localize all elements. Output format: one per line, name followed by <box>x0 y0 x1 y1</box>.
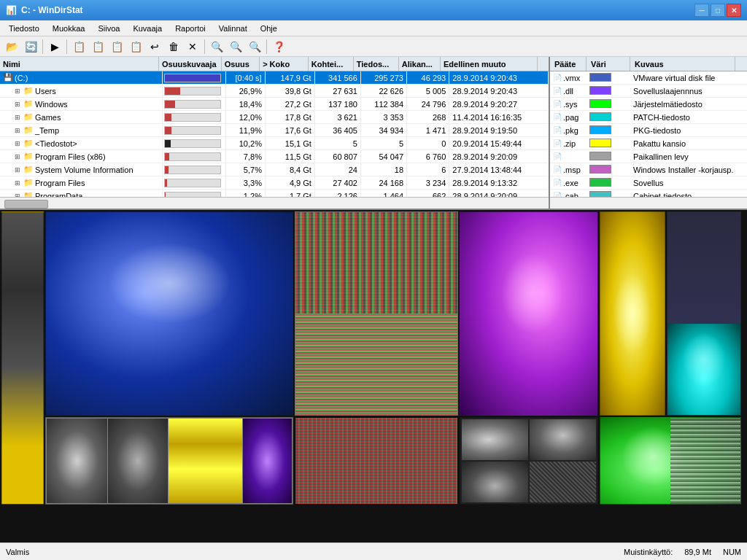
row-name: Games <box>35 113 61 122</box>
treemap-canvas <box>0 210 747 542</box>
th-tiedo[interactable]: Tiedos... <box>354 57 399 71</box>
app-icon: 📊 <box>6 5 17 15</box>
legend-scrollbar-h[interactable] <box>550 197 747 209</box>
minimize-button[interactable]: ─ <box>694 4 709 17</box>
toolbar-zoom-out[interactable]: 🔍 <box>246 39 263 55</box>
tree-row[interactable]: ⊞📁 _Temp11,9%17,6 Gt36 40534 9341 47128.… <box>0 124 549 137</box>
toolbar-undo[interactable]: ↩ <box>146 39 163 55</box>
tm-block-4[interactable] <box>460 211 598 416</box>
koko-cell: 27,2 Gt <box>266 98 315 110</box>
legend-row[interactable]: 📄.mspWindows Installer -korjausp. <box>550 163 747 176</box>
toolbar-delete[interactable]: 🗑 <box>165 39 182 55</box>
menu-tiedosto[interactable]: Tiedosto <box>3 23 45 34</box>
legend-row[interactable]: 📄.vmxVMware virtual disk file <box>550 71 747 85</box>
file-tree[interactable]: Nimi Osuuskuvaaja Osuus > Koko Kohtei...… <box>0 57 550 209</box>
legend-row[interactable]: 📄.pkgPKG-tiedosto <box>550 124 747 137</box>
legend-pääte: 📄.sys <box>550 100 587 109</box>
menu-valinnat[interactable]: Valinnat <box>213 23 253 34</box>
legend-row[interactable]: 📄Paikallinen levy <box>550 150 747 163</box>
toolbar-cancel[interactable]: ✕ <box>184 39 201 55</box>
menu-raportoi[interactable]: Raportoi <box>169 23 212 34</box>
usage-bar <box>164 87 221 96</box>
tree-row[interactable]: ⊞📁 Windows18,4%27,2 Gt137 180112 38424 7… <box>0 98 549 111</box>
color-swatch <box>589 191 611 198</box>
legend-row[interactable]: 📄.exeSovellus <box>550 176 747 190</box>
menu-muokkaa[interactable]: Muokkaa <box>47 23 91 34</box>
expand-icon[interactable]: ⊞ <box>15 114 20 121</box>
tm-block-10[interactable] <box>600 417 741 505</box>
tree-row[interactable]: ⊞📁 Users26,9%39,8 Gt27 63122 6265 00528.… <box>0 85 549 98</box>
expand-icon[interactable]: ⊞ <box>15 140 20 147</box>
usage-bar <box>164 113 221 122</box>
toolbar-zoom-in[interactable]: 🔍 <box>208 39 225 55</box>
toolbar-help[interactable]: ❓ <box>270 39 287 55</box>
tree-row[interactable]: ⊞📁 <Tiedostot>10,2%15,1 Gt55020.9.2014 1… <box>0 137 549 150</box>
lh-kuvaus[interactable]: Kuvaus <box>630 57 735 71</box>
tree-row[interactable]: 💾 (C:)[0:40 s]147,9 Gt341 566295 27346 2… <box>0 71 549 85</box>
kohtei-cell: 341 566 <box>315 71 361 84</box>
expand-icon[interactable]: ⊞ <box>15 88 20 95</box>
tree-row[interactable]: ⊞📁 Program Files (x86)7,8%11,5 Gt60 8075… <box>0 150 549 163</box>
tm-block-5[interactable] <box>600 211 665 416</box>
alikan-cell: 24 796 <box>407 98 449 110</box>
th-edellinen[interactable]: Edellinen muuto <box>441 57 538 71</box>
toolbar-open[interactable]: 📂 <box>3 39 20 55</box>
tm-block-8[interactable] <box>295 417 458 505</box>
expand-icon[interactable]: ⊞ <box>15 179 20 187</box>
koko-cell: 11,5 Gt <box>266 150 315 163</box>
toolbar-refresh[interactable]: 🔄 <box>22 39 39 55</box>
tree-row[interactable]: ⊞📁 Games12,0%17,8 Gt3 6213 35326811.4.20… <box>0 111 549 124</box>
alikan-cell: 6 <box>407 163 449 176</box>
expand-icon[interactable]: ⊞ <box>15 127 20 134</box>
edellinen-cell: 11.4.2014 16:16:35 <box>449 111 549 123</box>
lh-väri[interactable]: Väri <box>587 57 630 71</box>
close-button[interactable]: ✕ <box>727 4 741 17</box>
expand-icon[interactable]: ⊞ <box>15 153 20 160</box>
th-koko[interactable]: > Koko <box>260 57 309 71</box>
tree-row[interactable]: ⊞📁 System Volume Information5,7%8,4 Gt24… <box>0 163 549 176</box>
menu-ohje[interactable]: Ohje <box>255 23 283 34</box>
tm-block-6[interactable] <box>667 211 741 416</box>
toolbar-play[interactable]: ▶ <box>46 39 63 55</box>
legend-row[interactable]: 📄.cabCabinet-tiedosto <box>550 190 747 197</box>
expand-icon[interactable]: ⊞ <box>15 101 20 108</box>
tree-scrollbar-h[interactable] <box>0 197 549 209</box>
tm-block-3[interactable] <box>295 211 458 416</box>
th-kohtei[interactable]: Kohtei... <box>309 57 354 71</box>
tree-hscroll-thumb[interactable] <box>4 200 48 209</box>
legend-pääte: 📄.zip <box>550 139 587 148</box>
expand-icon[interactable]: ⊞ <box>15 192 20 198</box>
tm-block-9[interactable] <box>460 417 598 505</box>
expand-icon[interactable]: ⊞ <box>15 166 20 174</box>
menu-kuvaaja[interactable]: Kuvaaja <box>127 23 168 34</box>
maximize-button[interactable]: □ <box>711 4 725 17</box>
kohtei-cell: 60 807 <box>315 150 361 163</box>
toolbar-copy2[interactable]: 📋 <box>89 39 107 55</box>
legend-row[interactable]: 📄.pagPATCH-tiedosto <box>550 111 747 124</box>
toolbar-copy1[interactable]: 📋 <box>70 39 88 55</box>
toolbar-zoom-fit[interactable]: 🔍 <box>227 39 244 55</box>
th-nimi[interactable]: Nimi <box>0 57 159 71</box>
legend-row[interactable]: 📄.sysJärjestelmätiedosto <box>550 98 747 111</box>
tm-block-1[interactable] <box>1 211 44 505</box>
th-osuus[interactable]: Osuus <box>222 57 260 71</box>
tree-rows[interactable]: 💾 (C:)[0:40 s]147,9 Gt341 566295 27346 2… <box>0 71 549 197</box>
toolbar-copy3[interactable]: 📋 <box>108 39 125 55</box>
treemap[interactable] <box>0 210 747 542</box>
toolbar-copy4[interactable]: 📋 <box>127 39 144 55</box>
legend-header: Pääte Väri Kuvaus <box>550 57 747 71</box>
lh-pääte[interactable]: Pääte <box>550 57 587 71</box>
th-alikan[interactable]: Alikan... <box>399 57 441 71</box>
toolbar-sep3 <box>204 39 205 54</box>
folder-icon: 📁 <box>23 152 34 161</box>
alikan-cell: 1 471 <box>407 124 449 136</box>
th-osuuskuvaaja[interactable]: Osuuskuvaaja <box>159 57 222 71</box>
color-swatch <box>589 152 611 160</box>
legend-row[interactable]: 📄.dllSovelluslaajennnus <box>550 85 747 98</box>
tm-block-7[interactable] <box>45 417 293 505</box>
tm-block-2[interactable] <box>45 211 293 416</box>
tree-row[interactable]: ⊞📁 ProgramData1,2%1,7 Gt2 1261 46466228.… <box>0 190 549 197</box>
legend-row[interactable]: 📄.zipPakattu kansio <box>550 137 747 150</box>
menu-siivoa[interactable]: Siivoa <box>92 23 125 34</box>
tree-row[interactable]: ⊞📁 Program Files3,3%4,9 Gt27 40224 1683 … <box>0 176 549 190</box>
